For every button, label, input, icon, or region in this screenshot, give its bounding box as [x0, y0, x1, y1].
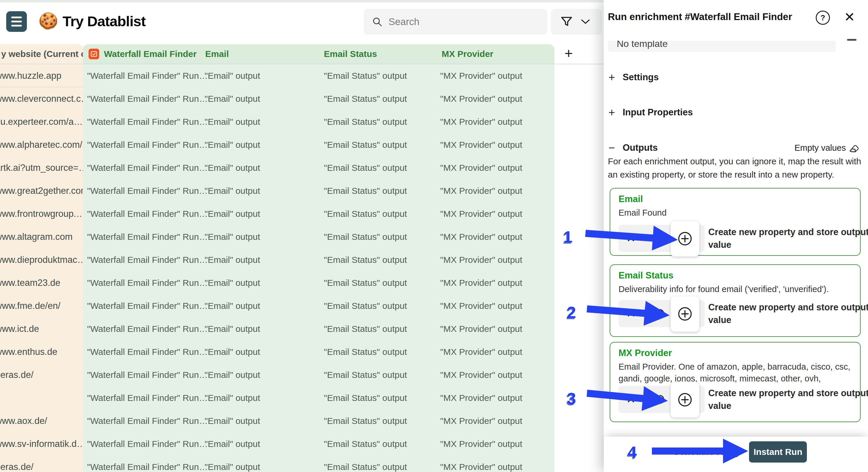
- cell-mx-provider[interactable]: "MX Provider" output: [440, 271, 522, 294]
- help-icon[interactable]: ?: [816, 11, 830, 25]
- header-cell-email-status[interactable]: Email Status: [324, 44, 377, 64]
- search-box[interactable]: [364, 9, 547, 35]
- cell-email[interactable]: "Email" output: [205, 456, 260, 472]
- hamburger-menu-button[interactable]: [6, 11, 27, 32]
- cell-email[interactable]: "Email" output: [205, 317, 260, 340]
- cell-email[interactable]: "Email" output: [205, 386, 260, 409]
- section-input-properties[interactable]: + Input Properties: [604, 106, 868, 119]
- cell-website[interactable]: www.great2gether.com: [0, 179, 83, 202]
- clock-icon[interactable]: [729, 447, 741, 459]
- cell-enrichment[interactable]: "Waterfall Email Finder" Run…: [87, 271, 208, 294]
- cell-enrichment[interactable]: "Waterfall Email Finder" Run…: [87, 156, 208, 179]
- filter-funnel-icon[interactable]: [560, 15, 573, 28]
- table-row[interactable]: www.ict.de"Waterfall Email Finder" Run…"…: [0, 317, 603, 340]
- cell-website[interactable]: www.altagram.com: [0, 225, 83, 248]
- cell-email-status[interactable]: "Email Status" output: [324, 110, 407, 133]
- cell-enrichment[interactable]: "Waterfall Email Finder" Run…: [87, 248, 208, 271]
- table-row[interactable]: www.aox.de/"Waterfall Email Finder" Run……: [0, 409, 603, 433]
- table-row[interactable]: www.sv-informatik.d…"Waterfall Email Fin…: [0, 433, 603, 456]
- cell-email-status[interactable]: "Email Status" output: [324, 271, 407, 294]
- add-column-button[interactable]: +: [564, 44, 573, 64]
- cell-email-status[interactable]: "Email Status" output: [324, 433, 407, 456]
- section-settings[interactable]: + Settings: [604, 71, 868, 84]
- cell-website[interactable]: beras.de/: [0, 364, 83, 386]
- table-row[interactable]: beras.de/"Waterfall Email Finder" Run…"E…: [0, 364, 603, 386]
- cell-enrichment[interactable]: "Waterfall Email Finder" Run…: [87, 317, 208, 340]
- cell-enrichment[interactable]: "Waterfall Email Finder" Run…: [87, 340, 208, 364]
- table-row[interactable]: www.enthus.de"Waterfall Email Finder" Ru…: [0, 340, 603, 364]
- template-clear-dash[interactable]: [847, 39, 857, 41]
- instant-run-button[interactable]: Instant Run: [749, 441, 807, 463]
- cell-email[interactable]: "Email" output: [205, 248, 260, 271]
- cell-enrichment[interactable]: "Waterfall Email Finder" Run…: [87, 202, 208, 225]
- cell-email-status[interactable]: "Email Status" output: [324, 87, 407, 110]
- cell-website[interactable]: eu.experteer.com/a…: [0, 110, 83, 133]
- cell-email[interactable]: "Email" output: [205, 133, 260, 156]
- map-existing-property-icon[interactable]: [654, 308, 666, 319]
- template-select[interactable]: No template: [608, 41, 836, 52]
- cell-email-status[interactable]: "Email Status" output: [324, 409, 407, 433]
- cell-email[interactable]: "Email" output: [205, 156, 260, 179]
- table-row[interactable]: www.great2gether.com"Waterfall Email Fin…: [0, 179, 603, 202]
- cell-website[interactable]: beras.de/: [0, 456, 83, 472]
- cell-email[interactable]: "Email" output: [205, 294, 260, 317]
- cell-mx-provider[interactable]: "MX Provider" output: [440, 409, 522, 433]
- cell-email[interactable]: "Email" output: [205, 64, 260, 87]
- cell-website[interactable]: www.aox.de/: [0, 409, 83, 433]
- table-row[interactable]: artk.ai?utm_source=…"Waterfall Email Fin…: [0, 156, 603, 179]
- cell-enrichment[interactable]: "Waterfall Email Finder" Run…: [87, 64, 208, 87]
- cell-email[interactable]: "Email" output: [205, 433, 260, 456]
- cell-website[interactable]: www.sv-informatik.d…: [0, 433, 83, 456]
- cell-website[interactable]: www.huzzle.app: [0, 64, 83, 87]
- cell-mx-provider[interactable]: "MX Provider" output: [440, 248, 522, 271]
- cell-website[interactable]: www.cleverconnect.c…: [0, 87, 83, 110]
- header-cell-mx-provider[interactable]: MX Provider: [442, 44, 493, 64]
- cell-mx-provider[interactable]: "MX Provider" output: [440, 317, 522, 340]
- cell-mx-provider[interactable]: "MX Provider" output: [440, 133, 522, 156]
- chevron-down-icon[interactable]: [581, 19, 590, 25]
- cell-website[interactable]: www.dieproduktmac…: [0, 248, 83, 271]
- cell-email[interactable]: "Email" output: [205, 179, 260, 202]
- cell-enrichment[interactable]: "Waterfall Email Finder" Run…: [87, 386, 208, 409]
- cell-enrichment[interactable]: "Waterfall Email Finder" Run…: [87, 409, 208, 433]
- cell-email[interactable]: "Email" output: [205, 271, 260, 294]
- cell-email-status[interactable]: "Email Status" output: [324, 64, 407, 87]
- cell-mx-provider[interactable]: "MX Provider" output: [440, 294, 522, 317]
- cell-email-status[interactable]: "Email Status" output: [324, 317, 407, 340]
- header-cell-email[interactable]: Email: [205, 44, 229, 64]
- cell-email-status[interactable]: "Email Status" output: [324, 294, 407, 317]
- cell-enrichment[interactable]: "Waterfall Email Finder" Run…: [87, 456, 208, 472]
- eraser-icon[interactable]: [849, 142, 860, 153]
- table-row[interactable]: beras.de/"Waterfall Email Finder" Run…"E…: [0, 456, 603, 472]
- table-row[interactable]: www.frontrowgroup.…"Waterfall Email Find…: [0, 202, 603, 225]
- cell-email-status[interactable]: "Email Status" output: [324, 156, 407, 179]
- cell-website[interactable]: www.ict.de: [0, 317, 83, 340]
- cell-email[interactable]: "Email" output: [205, 87, 260, 110]
- table-row[interactable]: www.huzzle.app"Waterfall Email Finder" R…: [0, 64, 603, 87]
- cell-website[interactable]: [0, 386, 83, 409]
- cell-website[interactable]: www.alpharetec.com/: [0, 133, 83, 156]
- cell-email-status[interactable]: "Email Status" output: [324, 248, 407, 271]
- empty-values-button[interactable]: Empty values: [795, 141, 846, 154]
- cell-enrichment[interactable]: "Waterfall Email Finder" Run…: [87, 179, 208, 202]
- create-new-property-button[interactable]: [671, 382, 700, 418]
- ignore-output-icon[interactable]: ✕: [626, 300, 636, 327]
- cell-enrichment[interactable]: "Waterfall Email Finder" Run…: [87, 110, 208, 133]
- cell-enrichment[interactable]: "Waterfall Email Finder" Run…: [87, 294, 208, 317]
- cell-website[interactable]: artk.ai?utm_source=…: [0, 156, 83, 179]
- cell-mx-provider[interactable]: "MX Provider" output: [440, 64, 522, 87]
- table-row[interactable]: www.cleverconnect.c…"Waterfall Email Fin…: [0, 87, 603, 110]
- cell-enrichment[interactable]: "Waterfall Email Finder" Run…: [87, 133, 208, 156]
- cell-enrichment[interactable]: "Waterfall Email Finder" Run…: [87, 87, 208, 110]
- cell-email[interactable]: "Email" output: [205, 409, 260, 433]
- cell-website[interactable]: www.fme.de/en/: [0, 294, 83, 317]
- cell-email-status[interactable]: "Email Status" output: [324, 340, 407, 364]
- cell-mx-provider[interactable]: "MX Provider" output: [440, 202, 522, 225]
- plus-toggle-icon[interactable]: +: [609, 106, 615, 119]
- table-row[interactable]: www.alpharetec.com/"Waterfall Email Find…: [0, 133, 603, 156]
- minus-toggle-icon[interactable]: −: [609, 141, 615, 154]
- cell-enrichment[interactable]: "Waterfall Email Finder" Run…: [87, 225, 208, 248]
- cell-enrichment[interactable]: "Waterfall Email Finder" Run…: [87, 364, 208, 386]
- cell-mx-provider[interactable]: "MX Provider" output: [440, 110, 522, 133]
- table-row[interactable]: www.team23.de"Waterfall Email Finder" Ru…: [0, 271, 603, 294]
